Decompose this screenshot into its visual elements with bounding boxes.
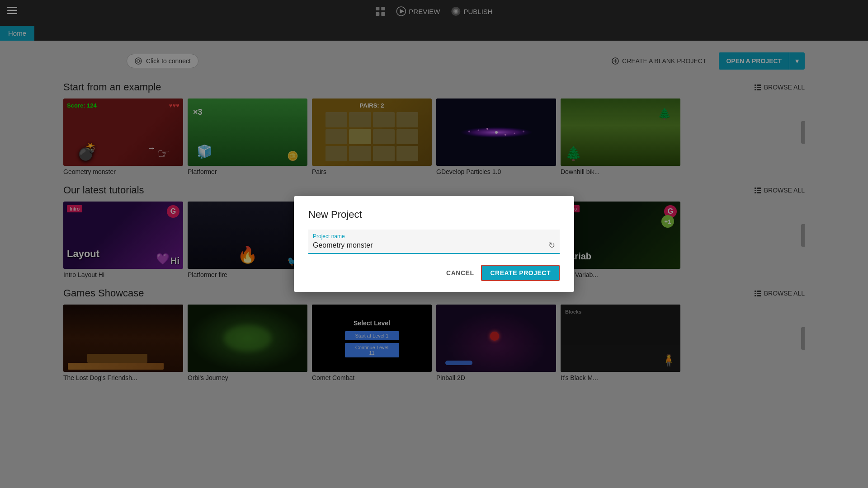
new-project-dialog: New Project Project name ↻ CANCEL CREATE… — [294, 196, 574, 292]
create-project-button[interactable]: CREATE PROJECT — [481, 265, 560, 281]
project-name-field-group: Project name ↻ — [308, 230, 560, 254]
refresh-icon[interactable]: ↻ — [548, 240, 555, 250]
dialog-actions: CANCEL CREATE PROJECT — [308, 265, 560, 281]
project-name-field-row: ↻ — [313, 240, 555, 250]
project-name-input[interactable] — [313, 240, 548, 250]
cancel-button[interactable]: CANCEL — [446, 269, 474, 277]
project-name-field-label: Project name — [313, 233, 555, 239]
dialog-title: New Project — [308, 209, 560, 221]
